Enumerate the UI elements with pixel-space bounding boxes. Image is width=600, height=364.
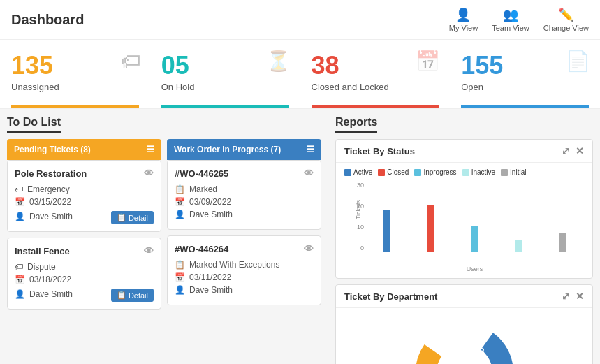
todo-columns: Pending Tickets (8) ☰ Pole Restoration 👁… xyxy=(7,139,321,363)
chart-status-title: Ticket By Status xyxy=(344,146,415,156)
legend-active: Active xyxy=(344,168,372,176)
reports-title: Reports xyxy=(335,116,377,133)
user-icon-wo-1: 👤 xyxy=(175,210,185,219)
unassigned-number: 135 xyxy=(11,51,139,80)
todo-title: To Do List xyxy=(7,116,61,133)
wo-date-1: 📅 03/09/2022 xyxy=(175,197,314,207)
wo-status-2: 📋 Marked With Exceptions xyxy=(175,260,314,270)
bar-chart-container: 30 20 10 0 Tickets xyxy=(344,182,584,272)
team-view-icon: 👥 xyxy=(503,7,518,22)
work-header: Work Order In Progress (7) ☰ xyxy=(167,139,321,160)
team-view-button[interactable]: 👥 Team View xyxy=(492,7,529,32)
cal-icon-1: 📅 xyxy=(15,197,25,207)
pending-header: Pending Tickets (8) ☰ xyxy=(7,139,161,160)
on-hold-bar xyxy=(161,105,289,108)
bar-group-2 xyxy=(409,205,451,252)
my-view-label: My View xyxy=(449,24,478,32)
cal-icon-2: 📅 xyxy=(15,275,25,284)
change-view-label: Change View xyxy=(543,24,589,32)
wo-id-2: #WO-446264 👁 xyxy=(175,243,314,254)
x-axis-label: Users xyxy=(365,265,584,272)
bars xyxy=(365,182,584,252)
ticket-footer-2: 👤 Dave Smith 📋 Detail xyxy=(15,289,154,302)
open-bar xyxy=(461,105,589,108)
change-view-icon: ✏️ xyxy=(558,7,573,22)
pending-column: Pending Tickets (8) ☰ Pole Restoration 👁… xyxy=(7,139,161,363)
user-icon-2: 👤 xyxy=(15,289,25,299)
filter-icon: ☰ xyxy=(147,145,154,154)
page-title: Dashboard xyxy=(11,12,84,28)
bar-group-4 xyxy=(498,240,539,252)
ticket-by-status-card: Ticket By Status ⤢ ✕ Active Closed xyxy=(335,139,593,279)
my-view-icon: 👤 xyxy=(455,7,471,22)
user-icon-1: 👤 xyxy=(15,212,25,221)
detail-button-1[interactable]: 📋 Detail xyxy=(111,211,154,224)
chart-dept-body: 2 3 xyxy=(336,308,592,364)
pending-header-label: Pending Tickets (8) xyxy=(14,145,91,154)
todo-panel: To Do List Pending Tickets (8) ☰ Pole Re… xyxy=(0,109,328,364)
stat-on-hold: ⏳ 05 On Hold xyxy=(150,40,300,108)
expand-icon[interactable]: ⤢ xyxy=(562,145,570,156)
chart-status-header: Ticket By Status ⤢ ✕ xyxy=(336,140,592,163)
eye-icon-wo-1[interactable]: 👁 xyxy=(304,168,314,179)
legend-inactive: Inactive xyxy=(462,168,495,176)
close-icon-dept[interactable]: ✕ xyxy=(576,291,584,302)
user-icon-wo-2: 👤 xyxy=(175,285,185,295)
ticket-type-2: 🏷 Dispute xyxy=(15,262,154,272)
bar-active-1 xyxy=(383,210,390,252)
stat-open: 📄 155 Open xyxy=(450,40,600,108)
change-view-button[interactable]: ✏️ Change View xyxy=(543,7,589,32)
wo-status-1: 📋 Marked xyxy=(175,184,314,194)
pending-ticket-1: Pole Restoration 👁 🏷 Emergency 📅 03/15/2… xyxy=(7,160,161,232)
tag-icon: 🏷 xyxy=(121,50,140,73)
wo-id-1: #WO-446265 👁 xyxy=(175,168,314,179)
header: Dashboard 👤 My View 👥 Team View ✏️ Chang… xyxy=(0,0,600,40)
y-axis-label: Tickets xyxy=(355,200,362,219)
hourglass-icon: ⏳ xyxy=(266,50,291,73)
work-ticket-2: #WO-446264 👁 📋 Marked With Exceptions 📅 … xyxy=(167,235,321,305)
tag-icon-2: 🏷 xyxy=(15,262,23,272)
work-column: Work Order In Progress (7) ☰ #WO-446265 … xyxy=(167,139,321,363)
bar-initial-5 xyxy=(559,233,566,252)
work-ticket-1: #WO-446265 👁 📋 Marked 📅 03/09/2022 👤 Dav… xyxy=(167,160,321,230)
close-icon[interactable]: ✕ xyxy=(576,145,584,156)
pending-ticket-2: Install Fence 👁 🏷 Dispute 📅 03/18/2022 👤 xyxy=(7,238,161,310)
ticket-date-1: 📅 03/15/2022 xyxy=(15,197,154,207)
wo-assignee-1: 👤 Dave Smith xyxy=(175,210,314,219)
bar-closed-2 xyxy=(427,205,434,252)
list-icon-1: 📋 xyxy=(175,184,185,194)
work-header-label: Work Order In Progress (7) xyxy=(174,145,281,154)
chart-status-controls: ⤢ ✕ xyxy=(562,145,584,156)
donut-chart: 2 3 xyxy=(344,314,584,364)
stat-closed: 📅 38 Closed and Locked xyxy=(300,40,451,108)
tag-icon-1: 🏷 xyxy=(15,184,23,194)
chart-dept-title: Ticket By Department xyxy=(344,291,437,302)
wo-assignee-2: 👤 Dave Smith xyxy=(175,285,314,295)
chart-status-body: Active Closed Inprogress Inactive xyxy=(336,163,592,278)
detail-icon-2: 📋 xyxy=(117,291,126,300)
document-icon: 📄 xyxy=(566,50,590,73)
ticket-title-2: Install Fence 👁 xyxy=(15,245,154,256)
closed-label: Closed and Locked xyxy=(312,82,439,99)
bar-group-5 xyxy=(543,233,584,252)
filter-icon-work: ☰ xyxy=(307,145,314,154)
ticket-date-2: 📅 03/18/2022 xyxy=(15,275,154,284)
ticket-title-1: Pole Restoration 👁 xyxy=(15,168,154,179)
eye-icon-2[interactable]: 👁 xyxy=(144,245,154,256)
team-view-label: Team View xyxy=(492,24,529,32)
eye-icon-wo-2[interactable]: 👁 xyxy=(304,243,314,254)
donut-label-2: 2 xyxy=(442,353,448,364)
detail-button-2[interactable]: 📋 Detail xyxy=(111,289,154,302)
eye-icon-1[interactable]: 👁 xyxy=(144,168,154,179)
unassigned-bar xyxy=(11,105,139,108)
donut-svg: 2 3 xyxy=(409,316,520,364)
ticket-type-1: 🏷 Emergency xyxy=(15,184,154,194)
my-view-button[interactable]: 👤 My View xyxy=(449,7,478,32)
ticket-assignee-2: 👤 Dave Smith xyxy=(15,289,73,299)
bar-group-3 xyxy=(454,226,495,252)
closed-bar xyxy=(312,105,439,108)
chart-dept-header: Ticket By Department ⤢ ✕ xyxy=(336,285,592,308)
expand-icon-dept[interactable]: ⤢ xyxy=(562,291,570,302)
cal-icon-wo-2: 📅 xyxy=(175,272,185,282)
chart-legend: Active Closed Inprogress Inactive xyxy=(344,168,584,176)
